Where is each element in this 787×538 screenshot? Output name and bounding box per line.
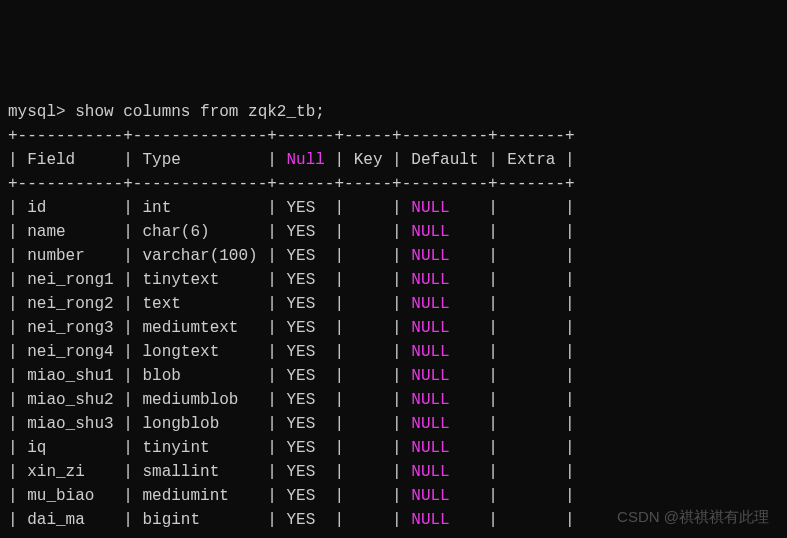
cell-type: longblob (142, 415, 257, 433)
cell-extra (507, 295, 555, 313)
cell-key (354, 367, 383, 385)
cell-field: id (27, 199, 113, 217)
cell-type: mediumint (142, 487, 257, 505)
cell-field: miao_shu1 (27, 367, 113, 385)
prompt: mysql> (8, 103, 66, 121)
cell-default: NULL (411, 295, 449, 313)
cell-null: YES (286, 391, 324, 409)
cell-default: NULL (411, 343, 449, 361)
table-row: | nei_rong1 | tinytext | YES | | NULL | … (8, 268, 779, 292)
table-row: | iq | tinyint | YES | | NULL | | (8, 436, 779, 460)
cell-key (354, 415, 383, 433)
cell-field: name (27, 223, 113, 241)
cell-type: smallint (142, 463, 257, 481)
table-row: | miao_shu1 | blob | YES | | NULL | | (8, 364, 779, 388)
cell-key (354, 247, 383, 265)
table-row: | nei_rong4 | longtext | YES | | NULL | … (8, 340, 779, 364)
cell-field: nei_rong1 (27, 271, 113, 289)
cell-type: int (142, 199, 257, 217)
cell-key (354, 223, 383, 241)
cell-type: bigint (142, 511, 257, 529)
cell-null: YES (286, 439, 324, 457)
cell-extra (507, 367, 555, 385)
cell-type: mediumtext (142, 319, 257, 337)
cell-null: YES (286, 367, 324, 385)
cell-type: text (142, 295, 257, 313)
cell-default: NULL (411, 367, 449, 385)
cell-key (354, 199, 383, 217)
cell-null: YES (286, 415, 324, 433)
header-default: Default (411, 151, 478, 169)
cell-default: NULL (411, 223, 449, 241)
cell-type: varchar(100) (142, 247, 257, 265)
cell-extra (507, 199, 555, 217)
watermark: CSDN @祺祺祺有此理 (617, 506, 769, 529)
cell-key (354, 319, 383, 337)
cell-type: mediumblob (142, 391, 257, 409)
cell-default: NULL (411, 319, 449, 337)
cell-type: blob (142, 367, 257, 385)
cell-type: char(6) (142, 223, 257, 241)
cell-field: nei_rong4 (27, 343, 113, 361)
cell-field: iq (27, 439, 113, 457)
cell-key (354, 511, 383, 529)
cell-type: tinytext (142, 271, 257, 289)
cell-default: NULL (411, 247, 449, 265)
table-row: | miao_shu3 | longblob | YES | | NULL | … (8, 412, 779, 436)
cell-null: YES (286, 223, 324, 241)
cell-extra (507, 415, 555, 433)
cell-field: number (27, 247, 113, 265)
cell-default: NULL (411, 511, 449, 529)
table-row: | miao_shu2 | mediumblob | YES | | NULL … (8, 388, 779, 412)
table-row: | number | varchar(100) | YES | | NULL |… (8, 244, 779, 268)
cell-extra (507, 343, 555, 361)
cell-type: longtext (142, 343, 257, 361)
cell-key (354, 439, 383, 457)
table-row: | id | int | YES | | NULL | | (8, 196, 779, 220)
cell-extra (507, 463, 555, 481)
cell-field: dai_ma (27, 511, 113, 529)
header-field: Field (27, 151, 113, 169)
cell-extra (507, 511, 555, 529)
cell-field: miao_shu3 (27, 415, 113, 433)
cell-null: YES (286, 463, 324, 481)
table-row: | name | char(6) | YES | | NULL | | (8, 220, 779, 244)
cell-field: xin_zi (27, 463, 113, 481)
cell-null: YES (286, 343, 324, 361)
separator-top: +-----------+--------------+------+-----… (8, 124, 779, 148)
header-key: Key (354, 151, 383, 169)
header-null: Null (286, 151, 324, 169)
cell-extra (507, 223, 555, 241)
cell-null: YES (286, 247, 324, 265)
cell-null: YES (286, 295, 324, 313)
cell-extra (507, 247, 555, 265)
cell-type: tinyint (142, 439, 257, 457)
cell-null: YES (286, 511, 324, 529)
table-row: | xin_zi | smallint | YES | | NULL | | (8, 460, 779, 484)
cell-key (354, 271, 383, 289)
cell-field: nei_rong2 (27, 295, 113, 313)
separator-mid: +-----------+--------------+------+-----… (8, 172, 779, 196)
cell-null: YES (286, 271, 324, 289)
cell-null: YES (286, 487, 324, 505)
cell-default: NULL (411, 439, 449, 457)
cell-default: NULL (411, 199, 449, 217)
cell-field: miao_shu2 (27, 391, 113, 409)
cell-field: mu_biao (27, 487, 113, 505)
table-row: | mu_biao | mediumint | YES | | NULL | | (8, 484, 779, 508)
cell-key (354, 295, 383, 313)
cell-default: NULL (411, 487, 449, 505)
separator-bottom: +-----------+--------------+------+-----… (8, 532, 779, 538)
cell-null: YES (286, 199, 324, 217)
table-row: | nei_rong2 | text | YES | | NULL | | (8, 292, 779, 316)
cell-default: NULL (411, 271, 449, 289)
header-extra: Extra (507, 151, 555, 169)
cell-null: YES (286, 319, 324, 337)
cell-extra (507, 319, 555, 337)
cell-key (354, 487, 383, 505)
cell-default: NULL (411, 463, 449, 481)
sql-command: show columns from zqk2_tb; (75, 103, 325, 121)
cell-extra (507, 271, 555, 289)
command-line: mysql> show columns from zqk2_tb; (8, 100, 779, 124)
cell-extra (507, 439, 555, 457)
